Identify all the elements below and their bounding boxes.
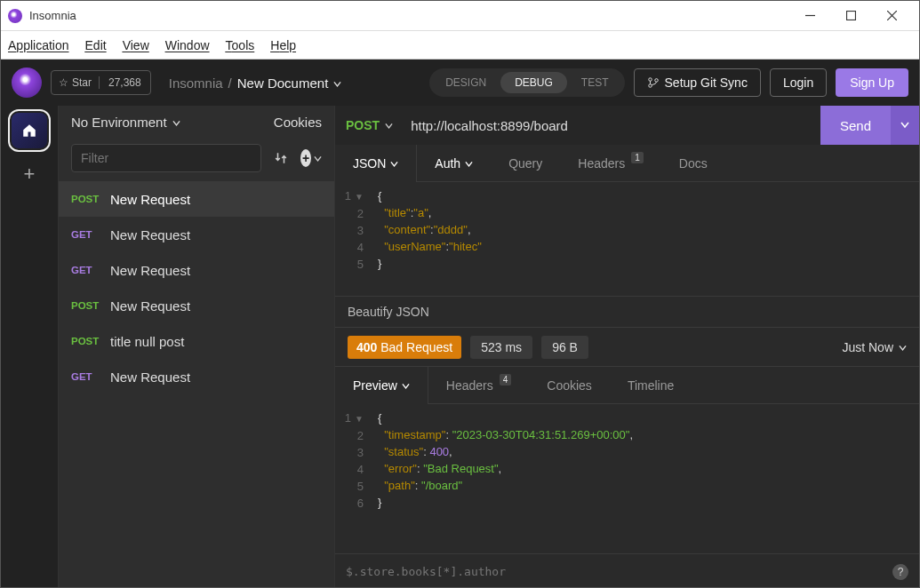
- chevron-down-icon: [390, 156, 398, 171]
- sort-button[interactable]: [270, 147, 292, 169]
- menubar: Application Edit View Window Tools Help: [1, 31, 919, 60]
- breadcrumb: Insomnia / New Document: [169, 75, 342, 91]
- svg-point-5: [648, 84, 652, 88]
- tab-auth[interactable]: Auth: [417, 145, 491, 181]
- environment-selector[interactable]: No Environment: [71, 115, 180, 130]
- request-item[interactable]: POSTNew Request: [59, 288, 334, 323]
- request-name: New Request: [110, 369, 190, 385]
- response-time: 523 ms: [470, 336, 532, 359]
- breadcrumb-parent[interactable]: Insomnia: [169, 75, 223, 91]
- send-button[interactable]: Send: [820, 106, 891, 145]
- setup-git-sync-button[interactable]: Setup Git Sync: [634, 68, 761, 97]
- mode-test[interactable]: TEST: [567, 72, 623, 93]
- tab-headers[interactable]: Headers 1: [560, 145, 660, 181]
- star-label: Star: [72, 76, 92, 89]
- breadcrumb-doc[interactable]: New Document: [237, 75, 329, 91]
- chevron-down-icon: [314, 150, 322, 166]
- response-body-viewer[interactable]: 1▼23456 { "timestamp": "2023-03-30T04:31…: [335, 404, 919, 553]
- titlebar: Insomnia: [1, 1, 919, 31]
- chevron-down-icon: [899, 340, 907, 354]
- help-icon[interactable]: ?: [892, 564, 908, 580]
- chevron-down-icon: [385, 118, 393, 132]
- request-method: POST: [71, 194, 100, 204]
- tab-resp-headers[interactable]: Headers 4: [428, 367, 529, 403]
- signup-button[interactable]: Sign Up: [836, 68, 908, 97]
- close-button[interactable]: [871, 1, 912, 31]
- maximize-button[interactable]: [830, 1, 871, 31]
- request-item[interactable]: POSTtitle null post: [59, 323, 334, 359]
- menu-help[interactable]: Help: [270, 38, 296, 52]
- url-input[interactable]: [404, 118, 820, 133]
- status-pill: 400 Bad Request: [348, 336, 461, 359]
- send-dropdown-button[interactable]: [891, 106, 919, 145]
- request-item[interactable]: GETNew Request: [59, 217, 334, 252]
- content-pane: POST Send JSON Auth Query Headers 1: [335, 106, 919, 588]
- left-rail: +: [1, 106, 59, 588]
- request-method: GET: [71, 371, 100, 382]
- headers-badge: 1: [631, 152, 644, 163]
- mode-debug[interactable]: DEBUG: [500, 72, 567, 93]
- request-body-editor[interactable]: 1▼2345 { "title":"a", "content":"dddd", …: [335, 182, 919, 296]
- login-button[interactable]: Login: [770, 68, 827, 97]
- tab-docs[interactable]: Docs: [661, 145, 725, 181]
- menu-application[interactable]: Application: [8, 38, 69, 52]
- resp-headers-badge: 4: [500, 374, 512, 385]
- chevron-down-icon[interactable]: [333, 75, 341, 91]
- menu-edit[interactable]: Edit: [85, 38, 107, 52]
- request-method: GET: [71, 265, 100, 275]
- github-star[interactable]: ☆Star 27,368: [51, 70, 151, 95]
- sidebar: No Environment Cookies + POSTNew Request…: [59, 106, 335, 588]
- cookies-link[interactable]: Cookies: [274, 115, 322, 130]
- add-project-button[interactable]: +: [24, 163, 36, 186]
- menu-window[interactable]: Window: [165, 38, 210, 52]
- minimize-button[interactable]: [789, 1, 830, 31]
- request-name: New Request: [110, 263, 190, 278]
- response-status-bar: 400 Bad Request 523 ms 96 B Just Now: [335, 328, 919, 367]
- chevron-down-icon: [172, 115, 180, 130]
- tab-body[interactable]: JSON: [335, 145, 417, 181]
- star-icon: ☆: [59, 76, 68, 89]
- appbar: ☆Star 27,368 Insomnia / New Document DES…: [1, 60, 919, 106]
- request-name: New Request: [110, 227, 190, 242]
- star-count: 27,368: [100, 76, 150, 89]
- insomnia-logo-icon: [12, 68, 42, 98]
- request-method: POST: [71, 300, 100, 311]
- request-list: POSTNew RequestGETNew RequestGETNew Requ…: [59, 181, 334, 588]
- response-size: 96 B: [541, 336, 588, 359]
- response-history-dropdown[interactable]: Just Now: [842, 340, 907, 354]
- window-title: Insomnia: [29, 9, 76, 22]
- url-bar: POST Send: [335, 106, 919, 145]
- git-branch-icon: [647, 76, 660, 89]
- app-icon: [8, 9, 22, 23]
- add-request-button[interactable]: +: [300, 147, 322, 169]
- chevron-down-icon: [465, 156, 473, 171]
- request-name: New Request: [110, 298, 190, 314]
- request-item[interactable]: GETNew Request: [59, 252, 334, 288]
- tab-preview[interactable]: Preview: [335, 367, 428, 403]
- request-item[interactable]: GETNew Request: [59, 359, 334, 394]
- request-method: GET: [71, 229, 100, 240]
- tab-resp-cookies[interactable]: Cookies: [529, 367, 610, 403]
- plus-icon: +: [300, 149, 311, 167]
- sidebar-filter-input[interactable]: [71, 144, 261, 172]
- menu-view[interactable]: View: [123, 38, 149, 52]
- response-tabs: Preview Headers 4 Cookies Timeline: [335, 367, 919, 404]
- tab-timeline[interactable]: Timeline: [610, 367, 692, 403]
- beautify-json-button[interactable]: Beautify JSON: [335, 296, 919, 328]
- tab-query[interactable]: Query: [491, 145, 560, 181]
- chevron-down-icon: [402, 378, 410, 393]
- mode-design[interactable]: DESIGN: [431, 72, 500, 93]
- svg-point-6: [654, 79, 658, 83]
- response-filter-bar: ?: [335, 553, 919, 588]
- svg-rect-1: [846, 12, 855, 20]
- svg-point-4: [648, 78, 652, 82]
- project-home-tile[interactable]: [12, 113, 47, 148]
- home-icon: [21, 123, 37, 139]
- request-method: POST: [71, 336, 100, 346]
- menu-tools[interactable]: Tools: [226, 38, 255, 52]
- mode-switcher: DESIGN DEBUG TEST: [429, 68, 624, 97]
- request-name: New Request: [110, 192, 190, 207]
- method-selector[interactable]: POST: [335, 118, 404, 132]
- request-item[interactable]: POSTNew Request: [59, 181, 334, 217]
- jsonpath-filter-input[interactable]: [346, 565, 885, 578]
